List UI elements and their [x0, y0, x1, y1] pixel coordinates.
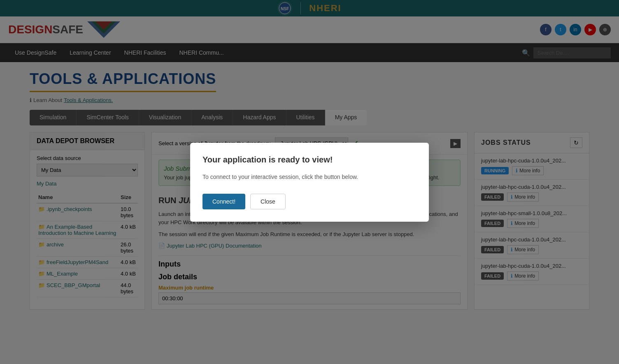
modal-title: Your application is ready to view!: [202, 155, 417, 165]
close-button[interactable]: Close: [250, 194, 286, 209]
modal-overlay: Your application is ready to view! To co…: [0, 0, 619, 318]
modal-footer: Connect! Close: [202, 194, 417, 209]
modal-box: Your application is ready to view! To co…: [190, 143, 429, 222]
connect-button[interactable]: Connect!: [202, 194, 245, 209]
modal-body: To connect to your interactive session, …: [202, 173, 417, 181]
